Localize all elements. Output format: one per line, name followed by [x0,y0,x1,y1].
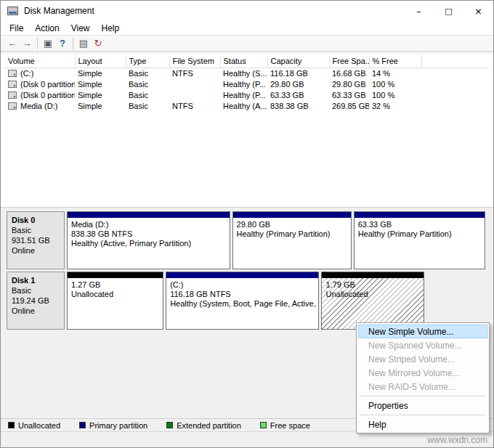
partition-band [68,212,230,218]
partition-line: Media (D:) [71,220,226,229]
maximize-button[interactable]: □ [434,1,463,21]
column-header-percentfree[interactable]: % Free [369,55,421,68]
partition-media-d[interactable]: Media (D:) 838.38 GB NTFS Healthy (Activ… [67,211,230,269]
disk-status: Online [12,245,60,256]
cell-freespace: 16.68 GB [329,68,369,79]
column-header-volume[interactable]: Volume [5,55,75,68]
partition-band [355,212,485,218]
disk0-header[interactable]: Disk 0 Basic 931.51 GB Online [7,211,65,269]
volume-row[interactable]: (Disk 0 partition 3) Simple Basic Health… [5,90,489,101]
partition-line: Healthy (Primary Partition) [237,229,347,239]
menu-item-new-simple-volume[interactable]: New Simple Volume... [358,325,487,338]
partition-line: Healthy (Primary Partition) [358,229,481,239]
legend-item-freespace: Free space [260,421,310,430]
partition-band [166,272,318,278]
partition-line: 63.33 GB [358,220,481,229]
cell-freespace: 29.80 GB [329,79,369,90]
partition-line: Unallocated [325,290,420,299]
back-icon[interactable]: ← [5,37,20,50]
legend-label: Extended partition [177,421,241,430]
toolbar: ← → ▣ ? ▤ ↻ [1,35,493,52]
legend-item-unallocated: Unallocated [8,421,60,430]
cell-layout: Simple [75,101,126,112]
menu-separator [360,415,486,415]
disk1-partitions: 1.27 GB Unallocated (C:) 116.18 GB NTFS … [67,272,487,330]
volume-row[interactable]: (Disk 0 partition 2) Simple Basic Health… [5,79,489,90]
cell-volume[interactable]: (C:) [5,68,75,79]
menu-item-file[interactable]: File [4,23,29,33]
cell-volume[interactable]: (Disk 0 partition 2) [5,79,75,90]
column-header-type[interactable]: Type [126,55,169,68]
disk-management-window: Disk Management – □ × File Action View H… [0,0,494,448]
menu-item-new-spanned-volume: New Spanned Volume... [358,338,487,352]
legend-label: Primary partition [89,421,147,430]
column-header-layout[interactable]: Layout [75,55,126,68]
toolbar-separator [37,38,38,49]
volume-name: Media (D:) [20,102,57,110]
cell-type: Basic [126,90,169,101]
volume-name: (C:) [20,69,33,78]
close-button[interactable]: × [463,1,493,21]
menubar: File Action View Help [1,21,493,35]
cell-percentfree: 100 % [369,90,421,101]
cell-type: Basic [126,79,169,90]
volume-list-header: Volume Layout Type File System Status Ca… [5,55,489,68]
forward-icon[interactable]: → [20,37,34,50]
disk-type: Basic [12,285,60,296]
cell-volume[interactable]: (Disk 0 partition 3) [5,90,75,101]
partition-line: Healthy (System, Boot, Page File, Active… [170,299,315,309]
volume-row[interactable]: (C:) Simple Basic NTFS Healthy (S... 116… [5,68,489,79]
disk0-partitions: Media (D:) 838.38 GB NTFS Healthy (Activ… [67,211,487,269]
disk-name: Disk 0 [12,215,60,225]
menu-item-new-striped-volume: New Striped Volume... [358,352,487,366]
disk-size: 931.51 GB [12,235,60,245]
partition-line: 1.27 GB [71,280,159,290]
menu-item-view[interactable]: View [65,23,96,33]
console-tree-icon[interactable]: ▣ [41,37,55,50]
menu-item-action[interactable]: Action [29,23,65,33]
partition-line: 1.79 GB [325,280,420,290]
partition-unallocated-selected[interactable]: 1.79 GB Unallocated [321,272,424,330]
cell-percentfree: 32 % [369,101,421,112]
cell-layout: Simple [75,79,126,90]
column-header-status[interactable]: Status [220,55,267,68]
column-header-freespace[interactable]: Free Spa... [329,55,369,68]
volume-name: (Disk 0 partition 2) [20,80,75,89]
volume-name: (Disk 0 partition 3) [20,91,75,99]
menu-item-new-mirrored-volume: New Mirrored Volume... [358,366,487,380]
menu-item-help[interactable]: Help [358,418,487,431]
partition-unallocated-1[interactable]: 1.27 GB Unallocated [67,272,163,330]
caption-buttons: – □ × [404,1,493,21]
menu-item-new-raid5-volume: New RAID-5 Volume... [358,380,487,394]
menu-separator [360,396,486,396]
volume-row[interactable]: Media (D:) Simple Basic NTFS Healthy (A.… [5,101,489,112]
column-header-filesystem[interactable]: File System [169,55,220,68]
partition-c[interactable]: (C:) 116.18 GB NTFS Healthy (System, Boo… [166,272,319,330]
menu-item-properties[interactable]: Properties [358,399,487,412]
cell-status: Healthy (P... [220,79,267,90]
partition-disk0-p2[interactable]: 29.80 GB Healthy (Primary Partition) [232,211,352,269]
action-pane-icon[interactable]: ▤ [76,37,91,50]
cell-filesystem [169,90,220,101]
cell-filesystem [169,79,220,90]
legend-label: Unallocated [18,421,60,430]
cell-volume[interactable]: Media (D:) [5,101,75,112]
help-icon[interactable]: ? [55,37,70,50]
disk-name: Disk 1 [12,275,60,285]
disk1-header[interactable]: Disk 1 Basic 119.24 GB Online [7,272,65,330]
status-bar: www.wxdn.com [1,431,493,447]
menu-item-help[interactable]: Help [96,23,126,33]
legend-swatch [79,422,86,428]
disk-type: Basic [12,225,60,235]
window-icon[interactable] [7,7,18,15]
cell-percentfree: 14 % [369,68,421,79]
minimize-button[interactable]: – [404,1,434,21]
cell-status: Healthy (S... [220,68,267,79]
legend-label: Free space [270,421,310,430]
partition-disk0-p3[interactable]: 63.33 GB Healthy (Primary Partition) [354,211,485,269]
partition-band [68,272,163,278]
context-menu: New Simple Volume... New Spanned Volume.… [356,322,490,433]
refresh-icon[interactable]: ↻ [91,37,105,50]
cell-status: Healthy (P... [220,90,267,101]
column-header-capacity[interactable]: Capacity [267,55,329,68]
